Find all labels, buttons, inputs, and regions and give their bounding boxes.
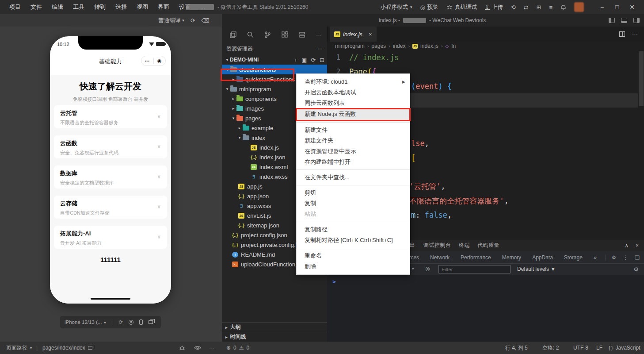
editor-more-icon[interactable]: ···: [632, 31, 638, 38]
breadcrumb-item[interactable]: fn: [451, 43, 456, 49]
menu-编辑[interactable]: 编辑: [49, 2, 66, 12]
devtools-tab-network[interactable]: Network: [430, 254, 450, 261]
eol-type[interactable]: LF: [596, 342, 602, 354]
rotate-device-icon[interactable]: [139, 319, 143, 325]
new-folder-icon[interactable]: ▣: [301, 57, 307, 63]
encoding[interactable]: UTF-8: [573, 342, 588, 354]
minimize-button[interactable]: −: [594, 4, 610, 11]
copy-path-icon[interactable]: [88, 346, 92, 350]
page-path-value[interactable]: pages/index/index: [42, 342, 92, 354]
capability-card[interactable]: 云存储自带CDN加速文件存储∨: [54, 196, 167, 219]
context-menu-item[interactable]: 剪切: [297, 188, 410, 198]
capability-card[interactable]: 云托管不限语言的全托管容器服务∨: [54, 105, 167, 128]
extensions-icon[interactable]: [282, 31, 288, 38]
devtools-settings-icon[interactable]: ⚙: [611, 254, 616, 261]
explorer-more-icon[interactable]: ···: [317, 46, 323, 52]
layout-icon[interactable]: ⊞: [537, 4, 541, 11]
context-menu-item[interactable]: 同步云函数列表: [297, 98, 410, 108]
outline-section[interactable]: ▸ 大纲: [222, 322, 327, 332]
compile-mode-select[interactable]: 普通编译▾: [158, 17, 184, 24]
language-mode[interactable]: { } JavaScript: [609, 342, 640, 354]
close-panel-icon[interactable]: ×: [636, 242, 639, 249]
breadcrumb-item[interactable]: pages: [371, 43, 386, 49]
hamburger-icon[interactable]: ≡: [549, 4, 553, 11]
capability-card[interactable]: 拓展能力-AI云开发 AI 拓展能力∨: [54, 226, 167, 249]
timeline-section[interactable]: ▸ 时间线: [222, 332, 327, 342]
device-debug-button[interactable]: 真机调试: [446, 4, 477, 11]
recompile-button[interactable]: ⟳: [191, 17, 195, 24]
live-expression-icon[interactable]: ◎: [425, 266, 430, 272]
context-menu-item[interactable]: 重命名: [297, 250, 410, 261]
devtools-tab-appdata[interactable]: AppData: [532, 254, 553, 261]
panel-tab-调试控制台[interactable]: 调试控制台: [423, 239, 451, 251]
context-menu-item[interactable]: 删除: [297, 261, 410, 272]
tab-overflow-icon[interactable]: »: [594, 254, 597, 261]
menu-界面[interactable]: 界面: [155, 2, 172, 12]
project-root-row[interactable]: ▾ DEMO-MINI + ▣ ⟳ ⊟: [222, 55, 327, 65]
editor-scrollbar[interactable]: [639, 51, 644, 106]
context-menu-item[interactable]: 在文件夹中查找...: [297, 172, 410, 183]
cursor-position[interactable]: 行 4, 列 5: [505, 342, 528, 354]
close-mini-icon[interactable]: ◉: [154, 58, 166, 64]
eye-icon[interactable]: [194, 345, 201, 350]
detach-window-icon[interactable]: [149, 320, 153, 324]
maximize-panel-icon[interactable]: ∧: [625, 242, 629, 249]
mode-select[interactable]: 小程序模式▾: [380, 4, 412, 11]
devtools-tab-performance[interactable]: Performance: [461, 254, 491, 261]
breadcrumb-item[interactable]: index: [393, 43, 406, 49]
capability-card[interactable]: 数据库安全稳定的文档型数据库∨: [54, 165, 167, 189]
frame-select-caret-icon[interactable]: ▾: [412, 266, 414, 271]
sync-icon[interactable]: ⟲: [511, 4, 516, 11]
more-icon[interactable]: ···: [209, 345, 214, 351]
panel-tab-终端[interactable]: 终端: [459, 239, 470, 251]
context-menu-item[interactable]: 当前环境: cloud1▶: [297, 77, 410, 87]
context-menu-item[interactable]: 新建文件: [297, 125, 410, 135]
toggle-right-panel-icon[interactable]: [633, 18, 640, 23]
breadcrumb-item[interactable]: index.js: [420, 43, 438, 49]
menu-选择[interactable]: 选择: [112, 2, 130, 12]
context-menu-item[interactable]: 复制路径: [297, 224, 410, 235]
clear-cache-button[interactable]: ⌫: [202, 17, 210, 24]
page-path-select[interactable]: 页面路径▾: [6, 342, 32, 354]
context-menu-item[interactable]: 在内建终端中打开: [297, 157, 410, 167]
debug-icon[interactable]: [179, 345, 185, 351]
toggle-left-panel-icon[interactable]: [609, 18, 615, 23]
tab-index-js[interactable]: JS index.js ×: [330, 27, 377, 42]
context-menu-item[interactable]: 开启云函数本地调试: [297, 87, 410, 98]
more-menu-icon[interactable]: •••: [141, 59, 153, 63]
switch-icon[interactable]: ⇄: [524, 4, 529, 11]
breadcrumb[interactable]: miniprogram›pages›index›JSindex.js›◇fn: [327, 42, 644, 50]
menu-视图[interactable]: 视图: [133, 2, 151, 12]
avatar[interactable]: [574, 2, 584, 12]
close-button[interactable]: ✕: [625, 4, 640, 11]
upload-button[interactable]: ⇧ 上传: [485, 4, 503, 11]
toggle-bottom-panel-icon[interactable]: [621, 18, 627, 23]
search-icon[interactable]: [247, 31, 254, 38]
breadcrumb-item[interactable]: miniprogram: [335, 43, 365, 49]
maximize-button[interactable]: □: [610, 4, 625, 11]
menu-转到[interactable]: 转到: [91, 2, 109, 12]
devtools-more-icon[interactable]: ⋮: [623, 254, 628, 261]
files-icon[interactable]: [230, 31, 236, 38]
devtools-tab-memory[interactable]: Memory: [502, 254, 521, 261]
console-output[interactable]: >: [327, 275, 644, 342]
source-control-icon[interactable]: [264, 31, 271, 38]
new-file-icon[interactable]: +: [294, 57, 297, 63]
split-editor-icon[interactable]: [619, 31, 625, 37]
close-tab-icon[interactable]: ×: [369, 31, 372, 38]
more-views-icon[interactable]: ···: [316, 31, 322, 38]
context-menu-item[interactable]: 复制: [297, 198, 410, 209]
devtools-tab-storage[interactable]: Storage: [564, 254, 583, 261]
problems-indicator[interactable]: ⊗ 0 ⚠ 0: [226, 342, 249, 354]
menu-工具[interactable]: 工具: [70, 2, 88, 12]
menu-文件[interactable]: 文件: [27, 2, 45, 12]
console-settings-icon[interactable]: ⚙: [633, 266, 639, 273]
console-filter-input[interactable]: [438, 265, 511, 273]
log-levels-select[interactable]: Default levels ▼: [517, 266, 556, 272]
bell-icon[interactable]: [560, 4, 566, 10]
layers-icon[interactable]: [299, 31, 305, 38]
context-menu-item[interactable]: 复制相对路径 [Ctrl+K Ctrl+Shift+C]: [297, 235, 410, 246]
refresh-explorer-icon[interactable]: ⟳: [311, 57, 316, 63]
tree-item-cloudfunctions[interactable]: ▾cloudfunctions: [222, 65, 327, 74]
indentation[interactable]: 空格: 2: [542, 342, 559, 354]
